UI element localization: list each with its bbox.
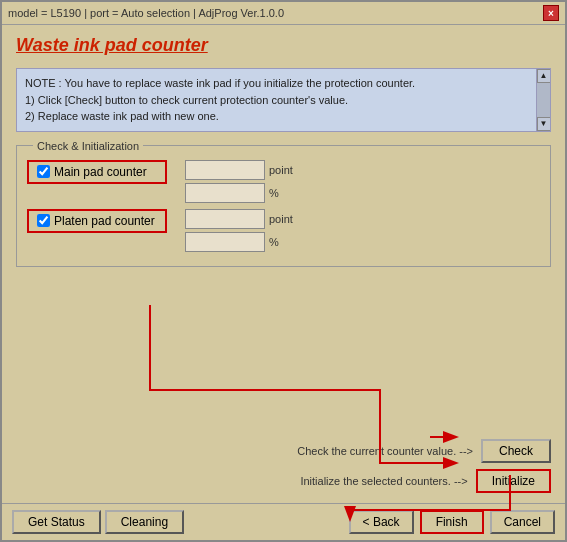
finish-button[interactable]: Finish — [420, 510, 484, 534]
bottom-left-buttons: Get Status Cleaning — [12, 510, 184, 534]
check-initialization-group: Check & Initialization Main pad counter … — [16, 140, 551, 267]
platen-pad-point-row: point — [185, 209, 293, 229]
cleaning-button[interactable]: Cleaning — [105, 510, 184, 534]
main-pad-percent-input[interactable] — [185, 183, 265, 203]
platen-pad-percent-unit: % — [269, 236, 279, 248]
bottom-right-buttons: < Back Finish Cancel — [349, 510, 555, 534]
scrollbar-up-arrow[interactable]: ▲ — [537, 69, 551, 83]
note-line3: 2) Replace waste ink pad with new one. — [25, 108, 526, 125]
main-pad-point-unit: point — [269, 164, 293, 176]
main-pad-row: Main pad counter point % — [27, 160, 540, 203]
check-action-label: Check the current counter value. --> — [297, 445, 473, 457]
platen-pad-checkbox[interactable] — [37, 214, 50, 227]
close-button[interactable]: × — [543, 5, 559, 21]
cancel-button[interactable]: Cancel — [490, 510, 555, 534]
platen-pad-point-unit: point — [269, 213, 293, 225]
group-legend: Check & Initialization — [33, 140, 143, 152]
main-pad-percent-unit: % — [269, 187, 279, 199]
note-line1: NOTE : You have to replace waste ink pad… — [25, 75, 526, 92]
main-pad-label[interactable]: Main pad counter — [27, 160, 167, 184]
note-line2: 1) Click [Check] button to check current… — [25, 92, 526, 109]
platen-pad-percent-input[interactable] — [185, 232, 265, 252]
main-pad-label-text: Main pad counter — [54, 165, 147, 179]
get-status-button[interactable]: Get Status — [12, 510, 101, 534]
note-box: NOTE : You have to replace waste ink pad… — [16, 68, 551, 132]
platen-pad-point-input[interactable] — [185, 209, 265, 229]
page-title: Waste ink pad counter — [16, 35, 551, 56]
platen-pad-label[interactable]: Platen pad counter — [27, 209, 167, 233]
init-action-label: Initialize the selected counters. --> — [300, 475, 467, 487]
platen-pad-label-text: Platen pad counter — [54, 214, 155, 228]
scrollbar-down-arrow[interactable]: ▼ — [537, 117, 551, 131]
main-pad-percent-row: % — [185, 183, 293, 203]
main-pad-point-input[interactable] — [185, 160, 265, 180]
note-scrollbar[interactable]: ▲ ▼ — [536, 69, 550, 131]
main-content: Waste ink pad counter NOTE : You have to… — [2, 25, 565, 503]
initialize-button[interactable]: Initialize — [476, 469, 551, 493]
main-pad-point-row: point — [185, 160, 293, 180]
platen-pad-row: Platen pad counter point % — [27, 209, 540, 252]
platen-pad-percent-row: % — [185, 232, 293, 252]
main-window: model = L5190 | port = Auto selection | … — [0, 0, 567, 542]
title-bar-text: model = L5190 | port = Auto selection | … — [8, 7, 284, 19]
back-button[interactable]: < Back — [349, 510, 414, 534]
action-rows: Check the current counter value. --> Che… — [16, 439, 551, 493]
platen-pad-fields: point % — [185, 209, 293, 252]
bottom-bar: Get Status Cleaning < Back Finish Cancel — [2, 503, 565, 540]
check-button[interactable]: Check — [481, 439, 551, 463]
init-action-row: Initialize the selected counters. --> In… — [16, 469, 551, 493]
title-bar: model = L5190 | port = Auto selection | … — [2, 2, 565, 25]
main-pad-fields: point % — [185, 160, 293, 203]
check-action-row: Check the current counter value. --> Che… — [16, 439, 551, 463]
main-pad-checkbox[interactable] — [37, 165, 50, 178]
